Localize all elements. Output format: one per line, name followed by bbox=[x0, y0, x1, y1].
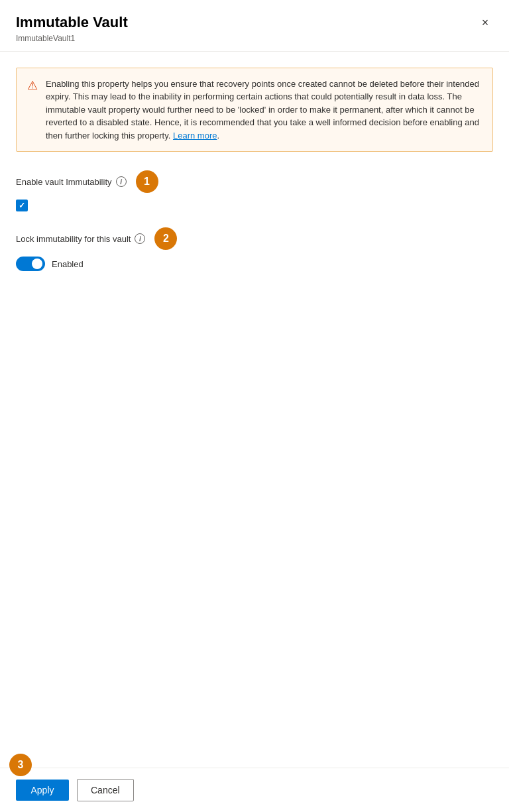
lock-toggle-container: Enabled bbox=[16, 257, 493, 271]
immutability-label: Enable vault Immutability i 1 bbox=[16, 170, 493, 193]
apply-button[interactable]: Apply bbox=[16, 780, 69, 801]
toggle-label: Enabled bbox=[52, 259, 84, 269]
checkbox-check-icon: ✓ bbox=[19, 201, 25, 210]
toggle-thumb bbox=[32, 259, 42, 269]
learn-more-link[interactable]: Learn more bbox=[173, 131, 217, 141]
immutable-vault-panel: Immutable Vault ImmutableVault1 × ⚠ Enab… bbox=[0, 0, 509, 812]
close-button[interactable]: × bbox=[475, 12, 496, 33]
panel-footer: 3 Apply Cancel bbox=[0, 768, 509, 812]
immutability-badge: 1 bbox=[136, 170, 158, 193]
lock-section: Lock immutability for this vault i 2 Ena… bbox=[16, 227, 493, 271]
lock-info-icon[interactable]: i bbox=[135, 233, 145, 244]
immutability-info-icon[interactable]: i bbox=[116, 176, 127, 187]
panel-subtitle: ImmutableVault1 bbox=[16, 34, 493, 43]
immutability-checkbox[interactable]: ✓ bbox=[16, 200, 28, 211]
footer-badge: 3 bbox=[9, 754, 32, 776]
warning-box: ⚠ Enabling this property helps you ensur… bbox=[16, 68, 493, 152]
panel-content: ⚠ Enabling this property helps you ensur… bbox=[0, 52, 509, 768]
panel-header: Immutable Vault ImmutableVault1 × bbox=[0, 0, 509, 52]
panel-title: Immutable Vault bbox=[16, 13, 493, 32]
immutability-checkbox-container: ✓ bbox=[16, 200, 493, 211]
immutability-section: Enable vault Immutability i 1 ✓ bbox=[16, 170, 493, 211]
lock-badge: 2 bbox=[154, 227, 177, 250]
warning-icon: ⚠ bbox=[27, 78, 38, 93]
cancel-button[interactable]: Cancel bbox=[77, 779, 134, 801]
warning-text: Enabling this property helps you ensure … bbox=[46, 78, 482, 143]
lock-label: Lock immutability for this vault i 2 bbox=[16, 227, 493, 250]
lock-toggle[interactable] bbox=[16, 257, 45, 271]
